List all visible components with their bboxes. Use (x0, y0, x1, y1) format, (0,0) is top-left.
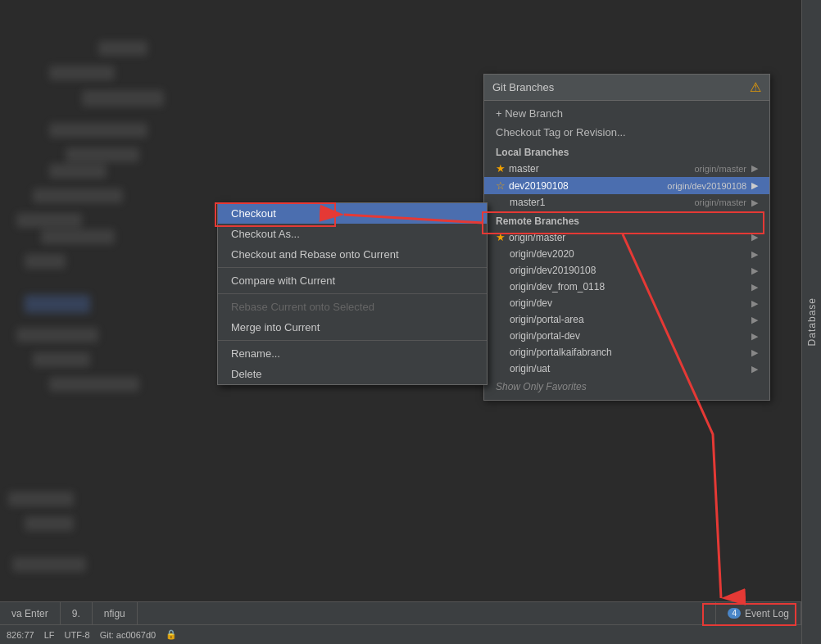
branch-origin-portal-area-name: origin/portal-area (510, 314, 584, 325)
branch-origin-dev2020-name: origin/dev2020 (510, 248, 574, 260)
ctx-checkout[interactable]: Checkout (218, 203, 487, 224)
ctx-sep2 (218, 293, 487, 294)
git-branches-panel: Git Branches ⚠ + New Branch Checkout Tag… (483, 74, 770, 401)
branch-origin-dev2020[interactable]: origin/dev2020 ▶ (484, 246, 769, 262)
star-dev: ☆ (496, 179, 506, 192)
chevron-origin-portal-dev: ▶ (751, 331, 758, 342)
branch-origin-portalkaifabranch-name: origin/portalkaifabranch (510, 347, 612, 358)
git-branches-header: Git Branches ⚠ (484, 75, 769, 101)
chevron-origin-dev-from-0118: ▶ (751, 282, 758, 293)
chevron-master: ▶ (751, 163, 758, 174)
bottom-tabs-bar: va Enter 9. nfigu 4 Event Log (0, 601, 801, 624)
checkout-tag-button[interactable]: Checkout Tag or Revision... (484, 123, 769, 142)
sidebar-tab[interactable]: Database (801, 0, 821, 644)
branch-origin-dev-from-0118[interactable]: origin/dev_from_0118 ▶ (484, 279, 769, 295)
new-branch-button[interactable]: + New Branch (484, 104, 769, 123)
branch-origin-portal-area[interactable]: origin/portal-area ▶ (484, 311, 769, 328)
chevron-origin-dev2020: ▶ (751, 249, 758, 260)
status-bar: 826:77 LF UTF-8 Git: ac0067d0 🔒 (0, 624, 801, 644)
branch-dev20190108[interactable]: ☆ dev20190108 origin/dev20190108 ▶ (484, 177, 769, 194)
ctx-compare[interactable]: Compare with Current (218, 270, 487, 291)
branch-origin-dev20190108-name: origin/dev20190108 (510, 265, 596, 276)
branch-master-name: master (509, 163, 539, 175)
branch-master1-name: master1 (510, 197, 545, 208)
branch-origin-dev-name: origin/dev (510, 297, 552, 309)
chevron-origin-master: ▶ (751, 232, 758, 243)
branch-origin-dev-from-0118-name: origin/dev_from_0118 (510, 281, 605, 293)
chevron-origin-portal-area: ▶ (751, 315, 758, 325)
encoding[interactable]: UTF-8 (65, 630, 90, 640)
ctx-rebase: Rebase Current onto Selected (218, 297, 487, 317)
chevron-master1: ▶ (751, 197, 758, 208)
chevron-origin-dev20190108: ▶ (751, 265, 758, 276)
ctx-sep3 (218, 340, 487, 341)
sidebar-tab-label: Database (806, 297, 818, 346)
remote-branches-label: Remote Branches (484, 211, 769, 229)
cursor-position[interactable]: 826:77 (7, 630, 34, 640)
tab-nfigu[interactable]: nfigu (93, 602, 138, 624)
branch-origin-portal-dev[interactable]: origin/portal-dev ▶ (484, 328, 769, 344)
branch-origin-uat-name: origin/uat (510, 363, 550, 374)
branch-origin-master[interactable]: ★ origin/master ▶ (484, 229, 769, 246)
git-branches-body: + New Branch Checkout Tag or Revision...… (484, 101, 769, 400)
branch-master1[interactable]: master1 origin/master ▶ (484, 194, 769, 211)
git-branches-title: Git Branches (492, 81, 554, 93)
chevron-origin-uat: ▶ (751, 364, 758, 374)
branch-master-remote: origin/master (694, 164, 746, 174)
context-menu: Checkout Checkout As... Checkout and Reb… (217, 202, 488, 385)
event-log-badge: 4 (728, 608, 741, 619)
branch-origin-dev20190108[interactable]: origin/dev20190108 ▶ (484, 262, 769, 279)
branch-origin-master-name: origin/master (509, 232, 565, 243)
lock-icon: 🔒 (166, 629, 177, 640)
local-branches-label: Local Branches (484, 142, 769, 160)
branch-origin-uat[interactable]: origin/uat ▶ (484, 361, 769, 377)
tab-9[interactable]: 9. (61, 602, 93, 624)
branch-origin-portal-dev-name: origin/portal-dev (510, 330, 580, 342)
star-master: ★ (496, 162, 506, 175)
checkout-tag-label: Checkout Tag or Revision... (496, 126, 626, 138)
new-branch-label: + New Branch (496, 107, 563, 120)
ctx-delete[interactable]: Delete (218, 364, 487, 384)
warning-icon: ⚠ (750, 79, 761, 95)
chevron-dev: ▶ (751, 180, 758, 191)
chevron-origin-portalkaifabranch: ▶ (751, 347, 758, 358)
star-origin-master: ★ (496, 231, 506, 243)
event-log-label: Event Log (745, 608, 789, 619)
branch-master[interactable]: ★ master origin/master ▶ (484, 160, 769, 177)
branch-dev-remote: origin/dev20190108 (667, 181, 746, 191)
event-log-tab[interactable]: 4 Event Log (715, 602, 801, 624)
ctx-rename[interactable]: Rename... (218, 343, 487, 364)
ctx-checkout-rebase[interactable]: Checkout and Rebase onto Current (218, 244, 487, 265)
branch-dev-name: dev20190108 (509, 180, 569, 192)
ctx-sep1 (218, 267, 487, 268)
ctx-checkout-as[interactable]: Checkout As... (218, 224, 487, 244)
branch-master1-remote: origin/master (694, 197, 746, 207)
chevron-origin-dev: ▶ (751, 298, 758, 309)
git-info[interactable]: Git: ac0067d0 (100, 630, 156, 640)
tab-va-enter[interactable]: va Enter (0, 602, 61, 624)
show-favorites[interactable]: Show Only Favorites (484, 377, 769, 397)
ctx-merge[interactable]: Merge into Current (218, 317, 487, 338)
branch-origin-dev[interactable]: origin/dev ▶ (484, 295, 769, 311)
line-ending[interactable]: LF (44, 630, 55, 640)
branch-origin-portalkaifabranch[interactable]: origin/portalkaifabranch ▶ (484, 344, 769, 361)
